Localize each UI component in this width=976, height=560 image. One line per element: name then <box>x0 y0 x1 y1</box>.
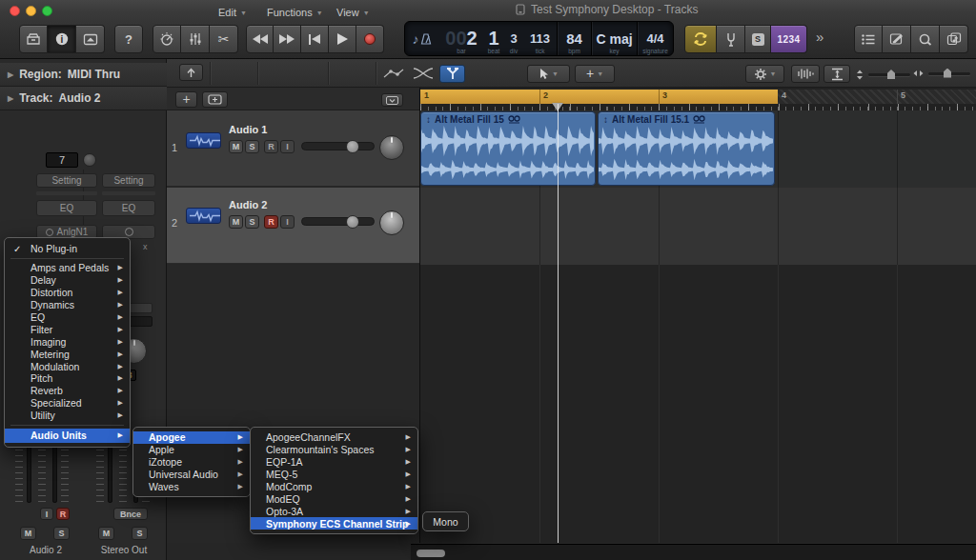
setting-button-left[interactable]: Setting <box>36 173 97 188</box>
vertical-auto-zoom-button[interactable] <box>824 65 850 83</box>
menu-item-category[interactable]: Filter▶ <box>5 323 130 335</box>
minimize-window-button[interactable] <box>26 6 36 16</box>
menu-item-audio-units[interactable]: Audio Units▶ <box>5 429 130 443</box>
track-2-record-button[interactable]: R <box>264 215 278 229</box>
track-2-solo-button[interactable]: S <box>245 215 259 229</box>
menu-item-category[interactable]: Specialized▶ <box>5 397 130 410</box>
lcd-bar[interactable]: 00 2 bar <box>439 22 483 55</box>
slider-thumb[interactable] <box>944 69 951 78</box>
setting-button-right[interactable]: Setting <box>102 173 155 188</box>
region-inspector-header[interactable]: ▶ Region: MIDI Thru <box>0 63 167 87</box>
cycle-button[interactable] <box>684 25 717 53</box>
track-1-solo-button[interactable]: S <box>245 140 259 153</box>
menu-item-category[interactable]: Amps and Pedals▶ <box>5 262 130 274</box>
slider-track[interactable] <box>868 73 910 76</box>
horizontal-scrollbar-area[interactable] <box>411 544 976 560</box>
bounce-button[interactable]: Bnce <box>113 508 148 520</box>
library-button[interactable] <box>19 25 48 53</box>
track-1-pan-knob[interactable] <box>379 135 404 160</box>
drag-mode-button[interactable] <box>412 67 435 80</box>
menu-item-vendor[interactable]: Apple▶ <box>133 444 250 456</box>
freeze-knob[interactable] <box>83 153 96 167</box>
track-1-mute-button[interactable]: M <box>229 140 243 153</box>
mute-button-strip2[interactable]: M <box>98 527 114 540</box>
lcd-display[interactable]: ♪ 00 2 bar 1 beat 3 div 113 tick 84 <box>404 21 674 56</box>
close-x-label[interactable]: x <box>143 242 148 251</box>
edit-menu[interactable]: Edit▼ <box>218 7 247 18</box>
flex-button[interactable] <box>439 65 465 83</box>
track-settings-menu[interactable]: ▼ <box>745 65 784 83</box>
ruler-tick-strip[interactable] <box>420 104 976 110</box>
play-button[interactable] <box>329 25 356 53</box>
midi-channel-field[interactable]: 7 <box>46 152 78 168</box>
vertical-zoom-slider[interactable] <box>856 70 910 80</box>
disclosure-triangle-icon[interactable]: ▶ <box>8 70 13 79</box>
collapse-track-headers-button[interactable] <box>381 93 403 107</box>
add-track-button[interactable]: + <box>175 91 197 108</box>
track-2-volume-thumb[interactable] <box>346 215 359 229</box>
track-2-mute-button[interactable]: M <box>229 215 243 229</box>
functions-menu[interactable]: Functions▼ <box>267 7 323 18</box>
left-click-tool-menu[interactable]: ▼ <box>527 65 570 83</box>
lcd-div[interactable]: 3 div <box>504 22 523 55</box>
solo-button-strip2[interactable]: S <box>132 527 148 540</box>
menu-item-category[interactable]: EQ▶ <box>5 311 130 324</box>
menu-item-vendor[interactable]: Waves▶ <box>133 481 250 493</box>
record-button[interactable] <box>356 25 384 53</box>
duplicate-track-button[interactable] <box>202 91 228 108</box>
track-1-volume-slider[interactable] <box>301 142 375 150</box>
tools-scissors-button[interactable]: ✂ <box>210 25 238 53</box>
inspector-button[interactable]: i <box>48 25 76 53</box>
audio-region-1[interactable]: ↕ Alt Metal Fill 15 <box>420 111 596 186</box>
eq-button-left[interactable]: EQ <box>36 200 97 216</box>
ruler-beyond-end[interactable]: 4 5 <box>778 90 976 104</box>
list-editors-button[interactable] <box>854 25 883 53</box>
track-1-name[interactable]: Audio 1 <box>229 124 267 135</box>
back-navigation-button[interactable] <box>179 64 203 81</box>
lcd-tick[interactable]: 113 tick <box>523 22 557 55</box>
close-window-button[interactable] <box>10 6 20 16</box>
cycle-region[interactable]: 1 2 3 <box>420 90 778 104</box>
track-2-name[interactable]: Audio 2 <box>229 199 267 210</box>
menu-item-vendor[interactable]: Universal Audio▶ <box>133 469 250 481</box>
quick-help-button[interactable] <box>76 25 105 53</box>
note-pads-button[interactable] <box>883 25 911 53</box>
menu-item-symphony-ecs[interactable]: Symphony ECS Channel Strip▶ <box>251 517 417 530</box>
track-2-volume-slider[interactable] <box>301 217 375 226</box>
view-menu[interactable]: View▼ <box>336 7 370 18</box>
disclosure-triangle-icon[interactable]: ▶ <box>8 94 13 103</box>
mixer-button[interactable] <box>181 25 210 53</box>
menu-item-mono[interactable]: Mono <box>423 512 468 530</box>
menu-item-category[interactable]: Imaging▶ <box>5 335 130 348</box>
tuner-button[interactable] <box>717 25 745 53</box>
menu-item-category[interactable]: Delay▶ <box>5 274 130 287</box>
lcd-beat[interactable]: 1 beat <box>483 22 504 55</box>
timeline-empty-area[interactable] <box>419 265 976 543</box>
horizontal-scrollbar-thumb[interactable] <box>417 550 445 557</box>
waveform-zoom-button[interactable] <box>791 65 820 83</box>
help-button[interactable]: ? <box>114 25 143 53</box>
menu-item-vendor[interactable]: Apogee▶ <box>133 431 250 444</box>
menu-item-plugin[interactable]: MEQ-5▶ <box>251 469 417 481</box>
menu-item-vendor[interactable]: iZotope▶ <box>133 456 250 469</box>
lcd-mode-segment[interactable]: ♪ <box>405 22 439 55</box>
apple-loops-button[interactable] <box>911 25 940 53</box>
slider-thumb[interactable] <box>887 70 895 79</box>
menu-item-no-plugin[interactable]: ✓ No Plug-in <box>5 242 130 255</box>
rewind-button[interactable] <box>246 25 274 53</box>
menu-item-plugin[interactable]: Clearmountain's Spaces▶ <box>251 444 417 456</box>
automation-button[interactable] <box>383 68 404 79</box>
menu-item-plugin[interactable]: EQP-1A▶ <box>251 456 417 469</box>
record-enable-button[interactable]: R <box>56 508 70 520</box>
command-click-tool-menu[interactable]: + ▼ <box>575 65 615 83</box>
menu-item-plugin[interactable]: ApogeeChannelFX▶ <box>251 431 417 444</box>
lcd-tempo[interactable]: 84 bpm <box>557 22 591 55</box>
more-tools-chevron[interactable]: » <box>816 29 824 45</box>
lcd-key[interactable]: C maj key <box>591 22 637 55</box>
menu-item-category[interactable]: Reverb▶ <box>5 385 130 397</box>
slider-track[interactable] <box>928 72 970 75</box>
input-monitor-button[interactable]: I <box>40 508 53 520</box>
track-lane-2[interactable] <box>419 188 976 265</box>
solo-mode-button[interactable]: S <box>745 25 771 53</box>
go-to-beginning-button[interactable] <box>301 25 329 53</box>
